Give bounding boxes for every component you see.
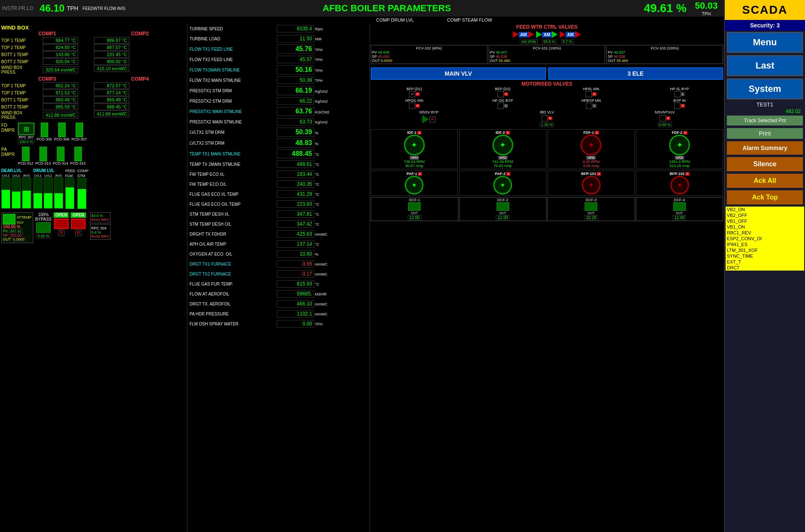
byp-in-m bbox=[674, 103, 680, 109]
pcd307-name: PCD-307 bbox=[71, 137, 87, 141]
idf2-vfd[interactable]: VFD bbox=[498, 156, 507, 160]
rpc307-icon[interactable]: ⊞ bbox=[18, 123, 34, 135]
alarm-item[interactable]: ESP2_CONV_OI bbox=[726, 236, 804, 241]
param-label: LVLTX2 STM DRM bbox=[188, 138, 276, 148]
fcv101-vals: PV 46.007 SP 46.536 OUT 55.460 bbox=[490, 50, 604, 63]
param-value-cell: 59685.M3/HR bbox=[276, 289, 369, 298]
comp3-col: COMP3 TOP 1 TEMP 862.24 °C TOP 2 TEMP 87… bbox=[1, 76, 93, 120]
msvnt-block: MSVNTVLV R 0.00 % bbox=[606, 110, 723, 127]
idf2-fan-icon: ✦ bbox=[500, 140, 506, 150]
main-vlv-btn[interactable]: MAIN VLV bbox=[371, 67, 546, 80]
alarm-item[interactable]: VB2_OFF bbox=[726, 212, 804, 218]
param-label: FLOW TX1 FEED LINE bbox=[188, 44, 276, 54]
mssv-r: R bbox=[429, 116, 436, 123]
open1-block: OPEN R bbox=[54, 212, 69, 236]
alarm-item[interactable]: VB1_ON bbox=[726, 224, 804, 230]
feedwtr-label: FEEDWTR FLOW AVG bbox=[82, 6, 126, 11]
open2-btn[interactable]: OPEN bbox=[71, 212, 86, 218]
ack-all-button[interactable]: Ack All bbox=[727, 174, 803, 188]
pcd314-block: PCD-314 bbox=[53, 147, 68, 165]
hp-il-byp-label: HP I/L BYP bbox=[670, 87, 689, 91]
boiler-param-row: FW TEMP ECO I/L183.44°C bbox=[188, 170, 369, 179]
param-label: OXYGEN AT ECO. O/L bbox=[188, 249, 276, 259]
pcd313-name: PCD-313 bbox=[35, 161, 51, 165]
alarm-summary-button[interactable]: Alarm Summary bbox=[727, 141, 803, 155]
comp1-col: COMP1 TOP 1 TEMP 884.77 °C TOP 2 TEMP 82… bbox=[1, 31, 93, 75]
dcf3-block: DCF-3 OUT 10.20 bbox=[547, 197, 635, 221]
bfp-d2-m bbox=[497, 91, 504, 97]
pcd312-name: PCD-312 bbox=[18, 161, 33, 165]
alarm-item[interactable]: SYNC_TIME bbox=[726, 253, 804, 259]
comp2-bott1: 231.45 °C bbox=[94, 51, 186, 58]
comp1-bott1-val: 143.66 °C bbox=[43, 51, 78, 58]
param-value-cell: 425.63mmWC bbox=[276, 229, 369, 239]
alarm-item[interactable]: IP841_ES bbox=[726, 241, 804, 247]
dcf1-val: 12.00 bbox=[408, 215, 421, 220]
valve1-block: AM bbox=[513, 31, 534, 38]
alarm-item[interactable]: EXT_T bbox=[726, 259, 804, 265]
last-button[interactable]: Last bbox=[727, 55, 803, 76]
fdf2-vfd[interactable]: VFD bbox=[675, 156, 684, 160]
comp1-top2-val: 824.50 °C bbox=[43, 44, 78, 51]
dcf2-icon bbox=[497, 202, 509, 211]
am2-btn[interactable]: AM bbox=[542, 32, 552, 37]
comp4-bott2-val: 888.45 °C bbox=[94, 103, 129, 110]
alarm-item[interactable]: VB2_ON bbox=[726, 207, 804, 212]
fcv103-out: 55.460 bbox=[617, 59, 628, 63]
fcv102-sp: 45.000 bbox=[378, 54, 389, 59]
drum-lvl2: LVL2 bbox=[44, 174, 53, 209]
boiler-param-row: FLOW TX2 FEED LINE45.57TPH bbox=[188, 55, 369, 64]
am3-btn[interactable]: AM bbox=[566, 32, 576, 37]
print-button[interactable]: Print bbox=[727, 128, 803, 139]
dcf3-name: DCF-3 bbox=[586, 198, 597, 202]
fan-grid: IDF-1 R ✦ VFD 738.63 RPM 80.87 Amp IDF-2 bbox=[371, 129, 723, 169]
alarm-item[interactable]: DRCT bbox=[726, 265, 804, 271]
paf1-circle: ✦ bbox=[405, 176, 423, 195]
param-value-cell: 183.44°C bbox=[276, 170, 369, 179]
alarm-item[interactable]: VB1_OFF bbox=[726, 218, 804, 224]
tph-value: 46.10 bbox=[39, 2, 64, 14]
param-label: FLUE GAS ECO I/L TEMP bbox=[188, 190, 276, 199]
menu-button[interactable]: Menu bbox=[727, 32, 803, 53]
param-value-cell: 466.10mmWC bbox=[276, 299, 369, 308]
valves-row: AM AM AM bbox=[371, 31, 723, 38]
hp-il-l: L bbox=[681, 92, 684, 96]
open1-btn[interactable]: OPEN bbox=[54, 212, 69, 218]
right-panel: FEED WTR CTRL VALVES AM AM bbox=[370, 23, 724, 532]
three-ele-btn[interactable]: 3 ELE bbox=[548, 67, 724, 80]
comp1-bott1: BOTT 1 TEMP 143.66 °C bbox=[1, 51, 93, 58]
pcd305-icon bbox=[41, 123, 48, 137]
idf1-fan-icon: ✦ bbox=[411, 140, 417, 150]
param-value-cell: 488.61°C bbox=[276, 160, 369, 169]
comp34-grid: COMP3 TOP 1 TEMP 862.24 °C TOP 2 TEMP 87… bbox=[1, 76, 186, 120]
system-button[interactable]: System bbox=[727, 79, 803, 99]
param-label: PRESSTX1 MAIN STMLINE bbox=[188, 106, 276, 116]
ack-top-button[interactable]: Ack Top bbox=[727, 190, 803, 204]
track-selected-pnt-button[interactable]: Track Selected Pnt bbox=[727, 116, 803, 126]
boiler-params-table: TURBINE SPEED8335.4RpmTURBINE LOAD11.50M… bbox=[187, 23, 369, 329]
param-value-cell: 1102.1mmWC bbox=[276, 309, 369, 318]
boiler-param-row: DRGT TX2 FURNACE-3.17mmWC bbox=[188, 269, 369, 278]
paf1-r: R bbox=[418, 172, 422, 176]
ibd-valve: R bbox=[542, 115, 552, 121]
alarm-item[interactable]: RBC1_REV bbox=[726, 230, 804, 236]
param-value-cell: 0.00TPH bbox=[276, 319, 369, 328]
hpo-mn-block: HPO/L MN R bbox=[371, 99, 458, 109]
boiler-param-row: PRESSTX1 MAIN STMLINE63.76KG/CM2 bbox=[188, 106, 369, 116]
silence-button[interactable]: Silence bbox=[727, 157, 803, 171]
am1-btn[interactable]: AM bbox=[519, 32, 529, 37]
bfp101-block: BFP-101 R ✦ bbox=[548, 170, 635, 196]
paf1-block: PAF-1 R ✦ bbox=[371, 170, 458, 196]
motor-title: MOTORISED VALVES bbox=[371, 81, 723, 87]
alarm-item[interactable]: LTM_301_XOF bbox=[726, 247, 804, 253]
fdf1-vfd[interactable]: VFD bbox=[586, 156, 596, 160]
dcf4-name: DCF-4 bbox=[674, 198, 685, 202]
hp-il-m bbox=[675, 91, 681, 97]
idf1-vfd[interactable]: VFD bbox=[410, 156, 419, 160]
pcd313-icon bbox=[39, 147, 47, 161]
drum-lvl-block: DRUM LVL LVL1 LVL2 AVG bbox=[33, 168, 63, 209]
comp4-bott1-val: 860.49 °C bbox=[94, 96, 129, 103]
fcv101-out: 55.460 bbox=[499, 59, 510, 63]
pct-55-9: 55.9 % bbox=[542, 39, 557, 44]
valve2-left-arrow bbox=[536, 31, 542, 38]
